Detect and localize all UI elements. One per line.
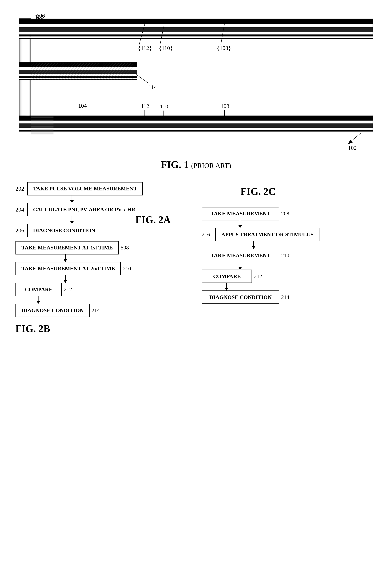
fig2-area: 202 TAKE PULSE VOLUME MEASUREMENT 204 CA…	[16, 178, 376, 346]
fig2c-ref-208: 208	[281, 210, 289, 217]
fig2c-step2-row: 216 APPLY TREATMENT OR STIMULUS	[202, 228, 376, 241]
fig2c-ref-210: 210	[281, 252, 289, 258]
svg-text:110: 110	[160, 103, 168, 110]
fig2a-box-202: TAKE PULSE VOLUME MEASUREMENT	[27, 182, 143, 196]
svg-rect-38	[19, 124, 373, 128]
fig2c-box-208: TAKE MEASUREMENT	[202, 207, 279, 220]
fig2c-label: FIG. 2C	[240, 186, 276, 197]
svg-rect-39	[19, 128, 373, 130]
svg-rect-40	[19, 130, 373, 132]
fig2b-ref-508: 508	[121, 244, 129, 251]
fig2b-section: TAKE MEASUREMENT AT 1st TIME 508 TAKE ME…	[16, 241, 190, 334]
svg-line-51	[350, 133, 362, 142]
svg-rect-16	[19, 35, 373, 36]
fig2b-ref-212: 212	[64, 286, 72, 292]
fig2b-step1-row: TAKE MEASUREMENT AT 1st TIME 508	[16, 241, 190, 254]
fig2a-label: FIG. 2A	[136, 214, 171, 225]
svg-text:112: 112	[141, 103, 149, 109]
fig2c-box-210: TAKE MEASUREMENT	[202, 249, 279, 262]
fig2c-box-214: DIAGNOSE CONDITION	[202, 290, 279, 304]
fig2b-step4-row: DIAGNOSE CONDITION 214	[16, 304, 190, 317]
fig2a-arrow-2	[72, 216, 72, 224]
svg-rect-12	[19, 18, 373, 24]
svg-rect-37	[19, 120, 373, 124]
fig2c-step1-row: TAKE MEASUREMENT 208	[202, 207, 376, 220]
svg-text:102: 102	[348, 145, 356, 151]
fig2b-arrow-2	[65, 275, 66, 283]
svg-rect-42	[31, 116, 54, 134]
fig2a-step3-row: 206 DIAGNOSE CONDITION	[16, 224, 190, 237]
fig2c-ref-216-left: 216	[202, 232, 215, 238]
fig2b-box-214: DIAGNOSE CONDITION	[16, 304, 90, 317]
fig2b-step3-row: COMPARE 212	[16, 283, 190, 296]
fig2a-ref-206: 206	[16, 227, 27, 234]
svg-text:{110}: {110}	[159, 45, 172, 51]
svg-text:108: 108	[221, 103, 229, 109]
fig2-right: FIG. 2C TAKE MEASUREMENT 208 216 APPLY T…	[202, 182, 376, 346]
fig2-left: 202 TAKE PULSE VOLUME MEASUREMENT 204 CA…	[16, 182, 190, 346]
fig2b-step2-row: TAKE MEASUREMENT AT 2nd TIME 210	[16, 262, 190, 275]
fig2a-arrow-1	[72, 196, 72, 203]
fig2c-step5-row: DIAGNOSE CONDITION 214	[202, 290, 376, 304]
fig2a-step1-row: 202 TAKE PULSE VOLUME MEASUREMENT	[16, 182, 190, 196]
svg-rect-36	[19, 116, 373, 120]
fig2a-ref-204: 204	[16, 206, 27, 213]
fig2b-arrow-1	[65, 254, 66, 262]
fig2c-box-216: APPLY TREATMENT OR STIMULUS	[215, 228, 320, 241]
svg-rect-18	[19, 38, 373, 39]
fig2a-box-206: DIAGNOSE CONDITION	[27, 224, 101, 237]
fig2c-label-area: FIG. 2C	[240, 186, 376, 197]
svg-text:{108}: {108}	[217, 45, 231, 51]
svg-text:104: 104	[78, 102, 87, 109]
svg-rect-13	[19, 24, 373, 28]
fig1-label: FIG. 1	[161, 159, 189, 170]
fig2c-arrow-3	[240, 262, 240, 270]
fig2c-ref-212: 212	[254, 273, 262, 280]
fig1-caption: FIG. 1 (PRIOR ART)	[161, 159, 231, 170]
fig2a-section: 202 TAKE PULSE VOLUME MEASUREMENT 204 CA…	[16, 182, 190, 226]
fig2b-label: FIG. 2B	[16, 323, 50, 334]
fig2c-step4-row: COMPARE 212	[202, 270, 376, 283]
fig2b-box-508: TAKE MEASUREMENT AT 1st TIME	[16, 241, 119, 254]
fig2b-box-212: COMPARE	[16, 283, 62, 296]
svg-rect-33	[31, 63, 133, 80]
svg-rect-15	[19, 32, 373, 35]
fig1-area: 106	[16, 12, 376, 170]
fig2c-arrow-2	[253, 241, 254, 249]
fig2c-box-212: COMPARE	[202, 270, 252, 283]
fig2b-arrow-3	[38, 296, 38, 304]
fig2b-box-210: TAKE MEASUREMENT AT 2nd TIME	[16, 262, 121, 275]
fig2b-label-area: FIG. 2B	[16, 323, 190, 334]
svg-rect-14	[19, 27, 373, 32]
fig2a-box-204: CALCULATE PNI, PV-AREA OR PV x HR	[27, 203, 141, 216]
svg-text:{112}: {112}	[138, 45, 152, 51]
fig2a-ref-202: 202	[16, 186, 27, 192]
fig2c-step3-row: TAKE MEASUREMENT 210	[202, 249, 376, 262]
fig2c-ref-214: 214	[281, 294, 289, 300]
fig2b-ref-214: 214	[92, 307, 100, 314]
fig2c-arrow-1	[240, 220, 240, 228]
fig1-prior-art: (PRIOR ART)	[191, 162, 231, 170]
svg-rect-17	[19, 36, 373, 38]
fig1-drawing: {112} {110} {108} 114	[16, 12, 376, 159]
svg-line-34	[135, 74, 148, 83]
page: 106	[0, 0, 392, 585]
svg-text:114: 114	[148, 84, 157, 90]
fig2b-ref-210: 210	[123, 266, 131, 272]
fig2c-arrow-4	[226, 283, 227, 290]
fig2a-label-area: FIG. 2A	[136, 214, 190, 226]
svg-text:106: 106	[36, 12, 45, 19]
